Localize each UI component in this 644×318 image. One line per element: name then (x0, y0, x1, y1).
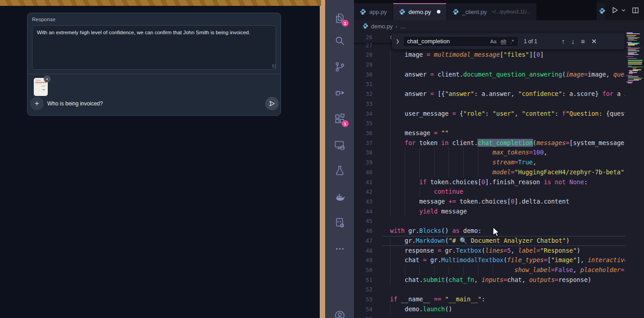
extensions-icon[interactable]: 1 (334, 113, 346, 125)
code-line-49[interactable]: 49chat = gr.MultimodalTextbox(file_types… (354, 255, 625, 265)
find-input-box: Aa ab .* (403, 36, 518, 47)
thumb-mark (42, 89, 45, 90)
code-line-39[interactable]: 39stream=True, (354, 158, 625, 168)
line-content: max_tokens=100, (390, 149, 547, 156)
code-line-35[interactable]: 35 (354, 118, 625, 128)
line-content: chat = gr.MultimodalTextbox(file_types=[… (390, 256, 625, 263)
find-input[interactable] (404, 38, 475, 45)
code-line-34[interactable]: 34user_message = {"role": "user", "conte… (354, 109, 625, 119)
pane-divider[interactable] (320, 0, 325, 318)
close-find-button[interactable]: ✕ (591, 38, 597, 45)
code-line-48[interactable]: 48response = gr.Textbox(lines=5, label="… (354, 246, 625, 256)
code-line-29[interactable]: 29 (354, 60, 625, 70)
code-line-42[interactable]: 42continue (354, 187, 625, 197)
minimap-row (628, 76, 638, 77)
line-number: 44 (354, 208, 390, 215)
code-line-38[interactable]: 38max_tokens=100, (354, 148, 625, 158)
run-button[interactable] (611, 6, 619, 14)
split-editor-button[interactable] (632, 7, 639, 14)
breadcrumb-symbol[interactable]: … (400, 23, 406, 30)
more-icon[interactable] (334, 243, 346, 255)
screen: Response With an extremely high level of… (0, 0, 644, 318)
code-line-30[interactable]: 30answer = client.document_question_answ… (354, 70, 625, 80)
line-number: 28 (354, 51, 390, 58)
line-number: 36 (354, 130, 390, 136)
remote-explorer-icon[interactable] (334, 139, 346, 151)
line-number: 30 (354, 71, 390, 78)
line-content (390, 80, 405, 87)
line-content (390, 100, 405, 107)
code-line-40[interactable]: 40model="HuggingFaceH4/zephyr-7b-beta") (354, 168, 625, 177)
whole-word-toggle[interactable]: ab (501, 38, 507, 44)
account-icon[interactable] (334, 309, 346, 318)
code-line-52[interactable]: 52 (354, 285, 625, 295)
code-line-31[interactable]: 31 (354, 79, 625, 89)
overflow-tab[interactable] (597, 3, 605, 20)
explorer-icon[interactable]: 1 (334, 12, 346, 24)
toggle-replace-button[interactable]: ❯ (392, 39, 403, 44)
search-icon[interactable] (334, 35, 346, 47)
line-number: 48 (354, 247, 390, 254)
code-line-43[interactable]: 43message += token.choices[0].delta.cont… (354, 197, 625, 207)
line-number: 54 (354, 306, 390, 313)
code-line-36[interactable]: 36message = "" (354, 128, 625, 138)
next-match-button[interactable]: ↓ (571, 38, 575, 45)
badge: 1 (342, 20, 349, 27)
code-editor[interactable]: demo.py › … 2728image = multimodal_messa… (354, 20, 644, 318)
code-line-45[interactable]: 45 (354, 216, 625, 226)
code-line-46[interactable]: 46with gr.Blocks() as demo: (354, 226, 625, 236)
response-textarea[interactable]: With an extremely high level of confiden… (32, 25, 276, 70)
run-dropdown-icon[interactable] (621, 8, 626, 13)
unsaved-changes-dot-icon[interactable] (437, 10, 440, 14)
find-in-selection-button[interactable]: ≡ (581, 38, 585, 45)
match-case-toggle[interactable]: Aa (490, 39, 496, 44)
tab-_client.py[interactable]: _client.py~/.../python3.11/... (447, 3, 537, 20)
code-line-28[interactable]: 28image = multimodal_message["files"][0] (354, 50, 625, 60)
docker-icon[interactable] (334, 191, 346, 203)
thumb-mark (41, 86, 45, 86)
thumb-mark (35, 82, 46, 83)
tab-app.py[interactable]: app.py (354, 3, 393, 20)
editor-actions (597, 0, 644, 20)
response-label: Response (32, 17, 55, 22)
minimap-row (626, 56, 634, 57)
code-line-53[interactable]: 53if __name__ == "__main__": (354, 295, 625, 304)
code-line-54[interactable]: 54demo.launch() (354, 304, 625, 314)
minimap-row (628, 64, 642, 64)
thumb-mark (36, 80, 41, 81)
add-file-button[interactable]: + (30, 97, 44, 110)
minimap[interactable] (625, 20, 644, 318)
testing-icon[interactable] (334, 164, 346, 177)
code-line-50[interactable]: 50 show_label=False, placeholder="Upload… (354, 265, 625, 275)
regex-toggle[interactable]: .* (510, 39, 514, 44)
run-debug-icon[interactable] (334, 86, 346, 99)
line-number: 40 (354, 169, 390, 176)
code-line-37[interactable]: 37for token in client.chat_completion(me… (354, 138, 625, 148)
previous-match-button[interactable]: ↑ (562, 38, 565, 45)
code-line-41[interactable]: 41if token.choices[0].finish_reason is n… (354, 177, 625, 187)
resize-handle-icon[interactable] (272, 64, 276, 68)
line-number: 43 (354, 198, 390, 205)
code-line-32[interactable]: 32answer = [{"answer": a.answer, "confid… (354, 89, 625, 99)
minimap-row (626, 35, 636, 36)
breadcrumb-file[interactable]: demo.py (371, 23, 393, 30)
code-line-55[interactable]: 55 (354, 314, 625, 318)
task-runner-icon[interactable] (334, 217, 346, 229)
remove-image-button[interactable]: × (44, 76, 50, 82)
breadcrumb-separator: › (395, 23, 397, 30)
minimap-row (628, 38, 638, 39)
line-number: 37 (354, 140, 390, 146)
source-control-icon[interactable] (334, 61, 346, 73)
thumb-mark (35, 84, 46, 84)
code-line-47[interactable]: 47gr.Markdown("# 🔍 Document Analyzer Cha… (354, 236, 625, 246)
tab-demo.py[interactable]: demo.py (393, 3, 447, 20)
code-line-33[interactable]: 33 (354, 99, 625, 109)
badge: 1 (342, 120, 349, 127)
line-number: 33 (354, 100, 390, 107)
minimap-row (628, 54, 639, 55)
code-line-51[interactable]: 51chat.submit(chat_fn, inputs=chat, outp… (354, 275, 625, 285)
send-button[interactable] (265, 97, 279, 110)
chat-input[interactable]: Who is being invoiced? (47, 100, 103, 107)
code-line-44[interactable]: 44yield message (354, 207, 625, 217)
python-file-icon (399, 9, 405, 15)
